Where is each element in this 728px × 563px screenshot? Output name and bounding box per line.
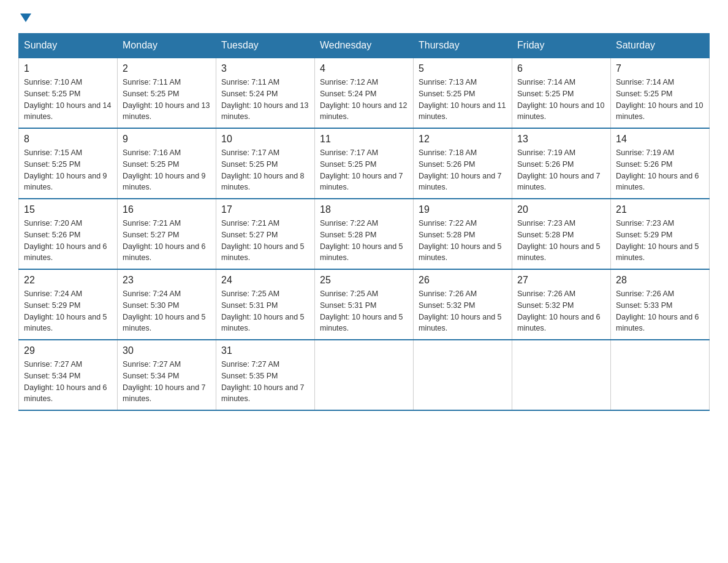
day-number: 25 [320, 275, 408, 286]
day-info: Sunrise: 7:25 AM Sunset: 5:31 PM Dayligh… [320, 288, 408, 334]
day-info: Sunrise: 7:25 AM Sunset: 5:31 PM Dayligh… [221, 288, 309, 334]
calendar-week-1: 1 Sunrise: 7:10 AM Sunset: 5:25 PM Dayli… [19, 58, 710, 128]
day-info: Sunrise: 7:27 AM Sunset: 5:34 PM Dayligh… [123, 359, 211, 405]
calendar-cell: 29 Sunrise: 7:27 AM Sunset: 5:34 PM Dayl… [19, 340, 118, 410]
day-info: Sunrise: 7:24 AM Sunset: 5:30 PM Dayligh… [123, 288, 211, 334]
day-number: 13 [517, 134, 605, 145]
day-number: 23 [123, 275, 211, 286]
calendar-cell: 24 Sunrise: 7:25 AM Sunset: 5:31 PM Dayl… [216, 269, 315, 340]
calendar-week-5: 29 Sunrise: 7:27 AM Sunset: 5:34 PM Dayl… [19, 340, 710, 410]
day-number: 2 [123, 63, 211, 74]
calendar-cell: 17 Sunrise: 7:21 AM Sunset: 5:27 PM Dayl… [216, 199, 315, 269]
calendar-cell: 25 Sunrise: 7:25 AM Sunset: 5:31 PM Dayl… [315, 269, 414, 340]
day-info: Sunrise: 7:14 AM Sunset: 5:25 PM Dayligh… [517, 77, 605, 123]
day-number: 12 [419, 134, 507, 145]
calendar-week-2: 8 Sunrise: 7:15 AM Sunset: 5:25 PM Dayli… [19, 128, 710, 199]
day-info: Sunrise: 7:23 AM Sunset: 5:28 PM Dayligh… [517, 218, 605, 264]
calendar-cell: 14 Sunrise: 7:19 AM Sunset: 5:26 PM Dayl… [611, 128, 710, 199]
day-info: Sunrise: 7:24 AM Sunset: 5:29 PM Dayligh… [24, 288, 112, 334]
day-info: Sunrise: 7:26 AM Sunset: 5:32 PM Dayligh… [517, 288, 605, 334]
day-info: Sunrise: 7:17 AM Sunset: 5:25 PM Dayligh… [221, 147, 309, 193]
day-number: 17 [221, 204, 309, 215]
calendar-week-4: 22 Sunrise: 7:24 AM Sunset: 5:29 PM Dayl… [19, 269, 710, 340]
day-info: Sunrise: 7:15 AM Sunset: 5:25 PM Dayligh… [24, 147, 112, 193]
calendar-cell: 16 Sunrise: 7:21 AM Sunset: 5:27 PM Dayl… [118, 199, 216, 269]
calendar-cell: 30 Sunrise: 7:27 AM Sunset: 5:34 PM Dayl… [118, 340, 216, 410]
calendar-cell [414, 340, 512, 410]
day-info: Sunrise: 7:19 AM Sunset: 5:26 PM Dayligh… [616, 147, 704, 193]
calendar-cell: 21 Sunrise: 7:23 AM Sunset: 5:29 PM Dayl… [611, 199, 710, 269]
calendar-header-monday: Monday [118, 34, 216, 58]
day-number: 22 [24, 275, 112, 286]
day-number: 18 [320, 204, 408, 215]
day-info: Sunrise: 7:11 AM Sunset: 5:25 PM Dayligh… [123, 77, 211, 123]
calendar-cell [512, 340, 611, 410]
calendar-week-3: 15 Sunrise: 7:20 AM Sunset: 5:26 PM Dayl… [19, 199, 710, 269]
calendar-cell: 31 Sunrise: 7:27 AM Sunset: 5:35 PM Dayl… [216, 340, 315, 410]
day-info: Sunrise: 7:27 AM Sunset: 5:35 PM Dayligh… [221, 359, 309, 405]
calendar-cell: 15 Sunrise: 7:20 AM Sunset: 5:26 PM Dayl… [19, 199, 118, 269]
day-number: 29 [24, 345, 112, 356]
day-info: Sunrise: 7:17 AM Sunset: 5:25 PM Dayligh… [320, 147, 408, 193]
day-info: Sunrise: 7:21 AM Sunset: 5:27 PM Dayligh… [221, 218, 309, 264]
day-info: Sunrise: 7:16 AM Sunset: 5:25 PM Dayligh… [123, 147, 211, 193]
calendar-cell: 27 Sunrise: 7:26 AM Sunset: 5:32 PM Dayl… [512, 269, 611, 340]
calendar-header-thursday: Thursday [414, 34, 512, 58]
day-number: 20 [517, 204, 605, 215]
calendar-cell: 28 Sunrise: 7:26 AM Sunset: 5:33 PM Dayl… [611, 269, 710, 340]
day-number: 27 [517, 275, 605, 286]
day-info: Sunrise: 7:27 AM Sunset: 5:34 PM Dayligh… [24, 359, 112, 405]
day-info: Sunrise: 7:21 AM Sunset: 5:27 PM Dayligh… [123, 218, 211, 264]
day-number: 9 [123, 134, 211, 145]
calendar-header-saturday: Saturday [611, 34, 710, 58]
day-number: 3 [221, 63, 309, 74]
calendar-cell: 3 Sunrise: 7:11 AM Sunset: 5:24 PM Dayli… [216, 58, 315, 128]
day-info: Sunrise: 7:18 AM Sunset: 5:26 PM Dayligh… [419, 147, 507, 193]
calendar-cell: 12 Sunrise: 7:18 AM Sunset: 5:26 PM Dayl… [414, 128, 512, 199]
calendar-cell [315, 340, 414, 410]
calendar-header-row: SundayMondayTuesdayWednesdayThursdayFrid… [19, 34, 710, 58]
calendar-header-wednesday: Wednesday [315, 34, 414, 58]
day-info: Sunrise: 7:22 AM Sunset: 5:28 PM Dayligh… [320, 218, 408, 264]
day-number: 5 [419, 63, 507, 74]
day-number: 19 [419, 204, 507, 215]
day-number: 15 [24, 204, 112, 215]
logo [18, 12, 31, 21]
day-info: Sunrise: 7:26 AM Sunset: 5:32 PM Dayligh… [419, 288, 507, 334]
calendar-cell: 13 Sunrise: 7:19 AM Sunset: 5:26 PM Dayl… [512, 128, 611, 199]
calendar-table: SundayMondayTuesdayWednesdayThursdayFrid… [18, 33, 710, 411]
calendar-cell: 4 Sunrise: 7:12 AM Sunset: 5:24 PM Dayli… [315, 58, 414, 128]
calendar-header-tuesday: Tuesday [216, 34, 315, 58]
day-number: 28 [616, 275, 704, 286]
day-info: Sunrise: 7:22 AM Sunset: 5:28 PM Dayligh… [419, 218, 507, 264]
day-number: 1 [24, 63, 112, 74]
day-info: Sunrise: 7:10 AM Sunset: 5:25 PM Dayligh… [24, 77, 112, 123]
calendar-cell: 26 Sunrise: 7:26 AM Sunset: 5:32 PM Dayl… [414, 269, 512, 340]
calendar-cell: 20 Sunrise: 7:23 AM Sunset: 5:28 PM Dayl… [512, 199, 611, 269]
calendar-cell: 10 Sunrise: 7:17 AM Sunset: 5:25 PM Dayl… [216, 128, 315, 199]
day-info: Sunrise: 7:13 AM Sunset: 5:25 PM Dayligh… [419, 77, 507, 123]
calendar-cell: 18 Sunrise: 7:22 AM Sunset: 5:28 PM Dayl… [315, 199, 414, 269]
day-info: Sunrise: 7:11 AM Sunset: 5:24 PM Dayligh… [221, 77, 309, 123]
day-number: 16 [123, 204, 211, 215]
calendar-cell: 7 Sunrise: 7:14 AM Sunset: 5:25 PM Dayli… [611, 58, 710, 128]
calendar-cell: 9 Sunrise: 7:16 AM Sunset: 5:25 PM Dayli… [118, 128, 216, 199]
calendar-cell: 5 Sunrise: 7:13 AM Sunset: 5:25 PM Dayli… [414, 58, 512, 128]
day-number: 4 [320, 63, 408, 74]
calendar-cell: 6 Sunrise: 7:14 AM Sunset: 5:25 PM Dayli… [512, 58, 611, 128]
day-number: 8 [24, 134, 112, 145]
day-number: 24 [221, 275, 309, 286]
calendar-cell: 1 Sunrise: 7:10 AM Sunset: 5:25 PM Dayli… [19, 58, 118, 128]
day-info: Sunrise: 7:14 AM Sunset: 5:25 PM Dayligh… [616, 77, 704, 123]
day-number: 6 [517, 63, 605, 74]
day-number: 30 [123, 345, 211, 356]
page-header [18, 12, 710, 21]
day-info: Sunrise: 7:20 AM Sunset: 5:26 PM Dayligh… [24, 218, 112, 264]
day-number: 11 [320, 134, 408, 145]
calendar-cell: 8 Sunrise: 7:15 AM Sunset: 5:25 PM Dayli… [19, 128, 118, 199]
day-number: 14 [616, 134, 704, 145]
calendar-cell [611, 340, 710, 410]
calendar-cell: 22 Sunrise: 7:24 AM Sunset: 5:29 PM Dayl… [19, 269, 118, 340]
calendar-cell: 2 Sunrise: 7:11 AM Sunset: 5:25 PM Dayli… [118, 58, 216, 128]
calendar-header-sunday: Sunday [19, 34, 118, 58]
